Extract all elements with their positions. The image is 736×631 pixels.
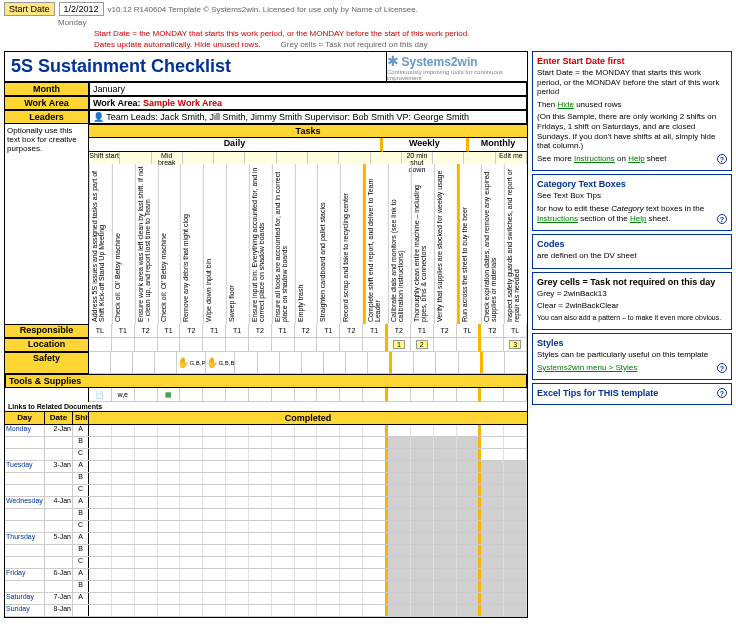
meta-cell[interactable] [340,338,363,352]
task-col[interactable]: Complete shift end report, and deliver t… [363,164,388,324]
meta-cell[interactable] [368,352,392,374]
month-value[interactable]: January [89,82,527,96]
task-col[interactable]: Check expiration dates, and remove any e… [481,164,504,324]
meta-cell[interactable]: TL [504,324,527,338]
meta-cell[interactable] [295,338,318,352]
task-col[interactable]: Calibrate dials and monitors (see link t… [388,164,411,324]
meta-cell[interactable] [459,352,483,374]
meta-cell[interactable]: TL [89,324,112,338]
meta-cell[interactable] [457,388,482,402]
day-row[interactable]: Tuesday3-JanA [5,461,527,473]
meta-cell[interactable]: 3 [504,338,527,352]
meta-cell[interactable]: T2 [481,324,504,338]
meta-cell[interactable] [111,352,133,374]
meta-cell[interactable]: T1 [226,324,249,338]
help-icon[interactable]: ? [717,363,727,373]
meta-cell[interactable] [272,338,295,352]
task-col[interactable]: Record scrap and take to recycling cente… [340,164,363,324]
day-row[interactable]: Saturday7-JanA [5,593,527,605]
meta-cell[interactable] [158,338,181,352]
instructions-link[interactable]: Instructions [574,154,615,163]
meta-cell[interactable] [180,338,203,352]
task-col[interactable]: Check oil: Ol' Betsy machine [158,164,181,324]
meta-cell[interactable] [317,388,340,402]
meta-cell[interactable] [363,338,388,352]
task-col[interactable]: Ensure work area was left clean by last … [135,164,158,324]
start-date-field[interactable]: 1/2/2012 [59,2,104,16]
task-col[interactable]: Sweep floor [226,164,249,324]
workarea-value[interactable]: Work Area: Sample Work Area [89,96,527,110]
meta-cell[interactable]: T1 [363,324,388,338]
days-grid[interactable]: Monday2-JanABCTuesday3-JanABCWednesday4-… [5,425,527,617]
hide-link[interactable]: Hide [557,100,573,109]
meta-cell[interactable] [457,338,482,352]
day-row[interactable]: Wednesday4-JanA [5,497,527,509]
meta-cell[interactable] [505,352,527,374]
meta-cell[interactable] [89,338,112,352]
meta-cell[interactable] [258,352,280,374]
meta-cell[interactable] [135,338,158,352]
meta-cell[interactable]: T1 [317,324,340,338]
meta-cell[interactable] [436,352,458,374]
task-col[interactable]: Address 5S issues and assigned tasks as … [89,164,112,324]
meta-cell[interactable] [481,388,504,402]
day-row[interactable]: C [5,557,527,569]
meta-cell[interactable] [388,388,411,402]
day-row[interactable]: B [5,437,527,449]
meta-cell[interactable] [504,388,527,402]
meta-cell[interactable] [89,352,111,374]
meta-cell[interactable] [434,388,457,402]
meta-cell[interactable] [180,388,203,402]
meta-cell[interactable] [155,352,177,374]
meta-cell[interactable]: T2 [434,324,457,338]
meta-cell[interactable] [226,338,249,352]
meta-cell[interactable] [203,388,226,402]
day-row[interactable]: Monday2-JanA [5,425,527,437]
meta-cell[interactable]: TL [457,324,482,338]
meta-cell[interactable]: ✋G,B,P [177,352,206,374]
day-row[interactable]: B [5,545,527,557]
meta-cell[interactable] [302,352,324,374]
meta-cell[interactable]: T1 [158,324,181,338]
day-row[interactable]: C [5,485,527,497]
task-col[interactable]: Verify that supplies are stocked for wee… [434,164,457,324]
meta-cell[interactable]: w,e [112,388,135,402]
day-row[interactable]: C [5,521,527,533]
day-row[interactable]: Sunday8-Jan [5,605,527,617]
meta-cell[interactable]: ✋G,B,B [206,352,235,374]
styles-link[interactable]: Systems2win menu > Styles [537,363,637,372]
meta-cell[interactable] [235,352,257,374]
day-row[interactable]: B [5,581,527,593]
meta-cell[interactable] [434,338,457,352]
meta-cell[interactable]: T1 [203,324,226,338]
meta-cell[interactable]: T2 [388,324,411,338]
help-link[interactable]: Help [628,154,644,163]
meta-cell[interactable]: T1 [411,324,434,338]
meta-cell[interactable] [135,388,158,402]
meta-cell[interactable]: T2 [180,324,203,338]
meta-cell[interactable] [324,352,346,374]
task-col[interactable]: Thoroughly clean entire machine – includ… [411,164,434,324]
meta-cell[interactable] [203,338,226,352]
task-col[interactable]: Run across the street to buy the beer [457,164,482,324]
help-icon[interactable]: ? [717,154,727,164]
meta-cell[interactable]: 1 [388,338,411,352]
meta-cell[interactable] [112,338,135,352]
meta-cell[interactable]: T1 [272,324,295,338]
meta-cell[interactable]: ▦ [158,388,181,402]
task-col[interactable]: Check oil: Ol' Betsy machine [112,164,135,324]
meta-cell[interactable]: 2 [411,338,434,352]
meta-cell[interactable] [272,388,295,402]
day-row[interactable]: C [5,449,527,461]
meta-cell[interactable] [481,338,504,352]
day-row[interactable]: Friday6-JanA [5,569,527,581]
task-col[interactable]: Wipe down input bin [203,164,226,324]
meta-cell[interactable]: T2 [295,324,318,338]
task-col[interactable]: Empty trash [295,164,318,324]
meta-cell[interactable] [295,388,318,402]
task-col[interactable]: Remove any debris that might clog [180,164,203,324]
day-row[interactable]: B [5,509,527,521]
meta-cell[interactable] [411,388,434,402]
help-icon[interactable]: ? [717,214,727,224]
meta-cell[interactable] [249,338,272,352]
